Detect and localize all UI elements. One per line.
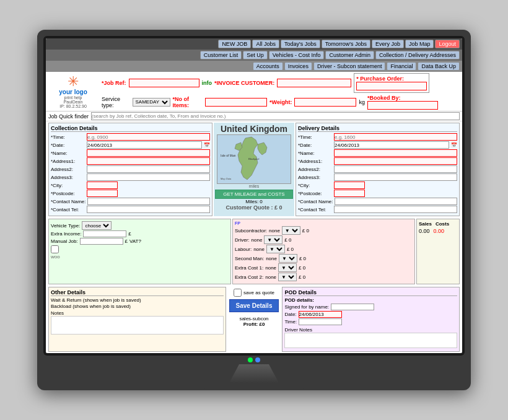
manual-job-row: Manual Job: £ VAT?: [51, 238, 229, 245]
signed-by-input[interactable]: [331, 304, 374, 310]
job-finder-input[interactable]: [91, 112, 460, 120]
collection-date-label: *Date:: [51, 142, 85, 148]
collection-date-input[interactable]: [87, 141, 202, 149]
delivery-name-input[interactable]: [334, 149, 457, 157]
costs-label: Costs: [436, 221, 449, 227]
delivery-date-input[interactable]: [334, 141, 449, 149]
extra-cost2-row: Extra Cost 2: none ▼ £ 0: [235, 273, 413, 281]
collection-date-icon[interactable]: 📅: [204, 142, 210, 148]
delivery-date-icon[interactable]: 📅: [451, 142, 457, 148]
vehicles-cost-btn[interactable]: Vehicles - Cost Info: [269, 51, 325, 59]
sales-value: 0.00: [419, 228, 430, 234]
extra-cost1-label: Extra Cost 1:: [235, 265, 263, 271]
collection-name-input[interactable]: [87, 149, 210, 157]
save-quote-label: save as quote: [243, 290, 274, 295]
save-details-btn[interactable]: Save Details: [229, 299, 279, 312]
collection-title: Collection Details: [51, 125, 210, 132]
logout-btn[interactable]: Logout: [435, 40, 460, 48]
collection-contact-name-input[interactable]: [87, 198, 210, 205]
invoice-customer-input[interactable]: [277, 79, 351, 87]
manual-job-input[interactable]: [80, 238, 123, 245]
manual-job-label: Manual Job:: [51, 238, 78, 244]
set-up-btn[interactable]: Set Up: [243, 51, 268, 59]
save-quote-checkbox[interactable]: [234, 289, 242, 297]
delivery-contact-name-input[interactable]: [335, 198, 457, 205]
map-area: United Kingdom Isle of Man Blackpool Map…: [214, 123, 294, 216]
pod-date-input[interactable]: [299, 311, 342, 318]
every-job-btn[interactable]: Every Job: [372, 40, 404, 48]
labour-select[interactable]: ▼: [266, 245, 285, 253]
collection-postcode-row: *Postcode:: [51, 190, 210, 197]
no-items-input[interactable]: [205, 98, 267, 107]
driver-subcon-btn[interactable]: Driver - Subcon statement: [313, 62, 386, 71]
extra-income-input[interactable]: [83, 230, 126, 237]
data-backup-btn[interactable]: Data Back Up: [418, 62, 460, 71]
delivery-addr1-input[interactable]: [334, 157, 457, 165]
get-mileage-btn[interactable]: GET MILEAGE and COSTS: [215, 190, 293, 199]
collection-time-input[interactable]: [87, 133, 210, 141]
collection-addr2-input[interactable]: [87, 165, 210, 173]
vehicle-type-row: Vehicle Type: choose: [51, 221, 229, 230]
top-nav: NEW JOB All Jobs Today's Jobs Tomorrow's…: [46, 38, 462, 50]
subcontractor-select[interactable]: ▼: [282, 226, 300, 235]
extra-cost1-amount: £ 0: [299, 265, 305, 271]
collection-addr3-input[interactable]: [87, 173, 210, 181]
service-type-select[interactable]: SAMEDAY: [133, 98, 170, 107]
notes-label: Notes: [51, 310, 224, 316]
second-man-select[interactable]: ▼: [279, 254, 297, 263]
financial-btn[interactable]: Financial: [387, 62, 416, 71]
delivery-addr2-input[interactable]: [334, 165, 457, 173]
tomorrows-jobs-btn[interactable]: Tomorrow's Jobs: [322, 40, 370, 48]
pod-time-input[interactable]: [299, 318, 342, 325]
delivery-time-input[interactable]: [334, 133, 457, 141]
driver-notes-textarea[interactable]: [284, 333, 457, 348]
todays-jobs-btn[interactable]: Today's Jobs: [281, 40, 320, 48]
new-job-btn[interactable]: NEW JOB: [218, 40, 251, 48]
customer-admin-btn[interactable]: Customer Admin: [325, 51, 374, 59]
driver-select[interactable]: ▼: [264, 235, 282, 244]
invoices-btn[interactable]: Invoices: [284, 62, 312, 71]
last-row: Other Details Wait & Return (shows when …: [46, 286, 462, 353]
delivery-title: Delivery Details: [298, 125, 457, 132]
checkbox-input[interactable]: [51, 245, 59, 253]
delivery-contact-tel-row: *Contact Tel:: [298, 206, 457, 213]
collection-postcode-input[interactable]: [87, 190, 118, 197]
job-ref-input[interactable]: [129, 79, 199, 87]
delivery-city-label: *City:: [298, 183, 332, 188]
collection-time-label: *Time:: [51, 134, 85, 140]
info-label: info: [202, 80, 212, 86]
customer-list-btn[interactable]: Customer List: [200, 51, 242, 59]
delivery-name-row: *Name:: [298, 149, 457, 157]
checkbox-row: [51, 245, 229, 253]
vehicle-type-select[interactable]: choose: [82, 221, 112, 230]
collection-addr1-input[interactable]: [87, 157, 210, 165]
accounts-btn[interactable]: Accounts: [253, 62, 283, 71]
notes-textarea[interactable]: [51, 316, 224, 335]
job-map-btn[interactable]: Job Map: [405, 40, 434, 48]
collection-city-input[interactable]: [87, 182, 118, 189]
extra-cost1-select[interactable]: ▼: [278, 263, 297, 272]
collection-city-label: *City:: [51, 183, 85, 188]
purchase-order-input[interactable]: [356, 82, 427, 90]
weight-input[interactable]: [294, 98, 356, 107]
collection-delivery-btn[interactable]: Collection / Delivery Addresses: [375, 51, 460, 59]
delivery-addr3-input[interactable]: [334, 173, 457, 181]
pod-date-label: Date:: [284, 312, 296, 317]
all-jobs-btn[interactable]: All Jobs: [252, 40, 279, 48]
extra-cost2-amount: £ 0: [299, 274, 305, 280]
power-light: [248, 357, 253, 362]
collection-contact-tel-input[interactable]: [87, 206, 210, 213]
pod-date-row: Date:: [284, 311, 457, 318]
backload-label: Backload (shows when job is saved): [51, 304, 224, 309]
collection-addr3-row: Address3:: [51, 173, 210, 181]
pod-time-row: Time:: [284, 318, 457, 325]
delivery-postcode-input[interactable]: [334, 190, 365, 197]
quote-value: Customer Quote : £ 0: [226, 204, 282, 211]
booked-by-input[interactable]: [367, 101, 438, 110]
pound-sign2: £: [125, 238, 128, 244]
delivery-contact-tel-input[interactable]: [334, 206, 457, 213]
extra-cost2-select[interactable]: ▼: [278, 273, 297, 281]
subcon-panel: FP Subcontractor: none ▼ £ 0 Driver: non…: [232, 219, 415, 284]
screen: NEW JOB All Jobs Today's Jobs Tomorrow's…: [46, 38, 462, 353]
delivery-city-input[interactable]: [334, 182, 365, 189]
